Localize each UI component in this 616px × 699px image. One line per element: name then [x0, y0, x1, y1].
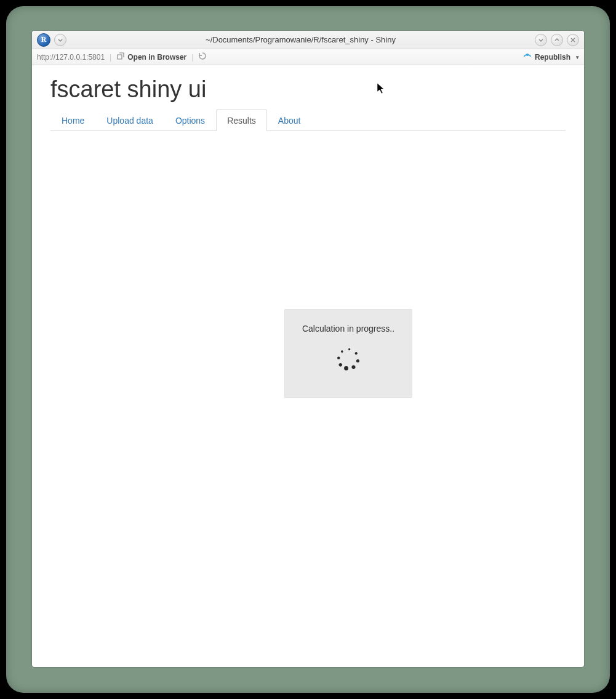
tab-upload-data[interactable]: Upload data [95, 109, 164, 131]
republish-icon [523, 52, 532, 62]
progress-panel: Calculation in progress.. [284, 309, 412, 398]
nav-tabs: Home Upload data Options Results About [50, 109, 566, 131]
refresh-icon[interactable] [198, 52, 207, 62]
tab-home[interactable]: Home [50, 109, 95, 131]
page-title: fscaret shiny ui [50, 76, 566, 103]
minimize-button[interactable] [535, 34, 547, 46]
app-window: R ~/Documents/Programowanie/R/fscaret_sh… [32, 31, 584, 667]
spinner-icon [335, 346, 362, 373]
svg-point-0 [526, 54, 529, 56]
progress-text: Calculation in progress.. [302, 324, 394, 334]
chevron-down-icon: ▾ [576, 54, 579, 60]
republish-label: Republish [535, 53, 570, 62]
desktop-background: R ~/Documents/Programowanie/R/fscaret_sh… [6, 6, 610, 693]
separator: | [110, 53, 111, 62]
browser-icon [116, 52, 125, 62]
close-button[interactable] [567, 34, 579, 46]
open-browser-button[interactable]: Open in Browser [116, 52, 186, 62]
toolbar: http://127.0.0.1:5801 | Open in Browser … [32, 49, 584, 65]
maximize-button[interactable] [551, 34, 563, 46]
window-title: ~/Documents/Programowanie/R/fscaret_shin… [66, 35, 535, 44]
tab-results[interactable]: Results [216, 109, 267, 131]
page-content: fscaret shiny ui Home Upload data Option… [32, 65, 584, 131]
window-menu-button[interactable] [54, 34, 66, 46]
open-browser-label: Open in Browser [127, 53, 186, 62]
tab-options[interactable]: Options [164, 109, 216, 131]
r-logo-icon: R [37, 33, 50, 47]
republish-button[interactable]: Republish ▾ [523, 52, 579, 62]
url-display: http://127.0.0.1:5801 [37, 53, 105, 62]
separator: | [191, 53, 193, 62]
window-titlebar: R ~/Documents/Programowanie/R/fscaret_sh… [32, 31, 584, 49]
tab-about[interactable]: About [267, 109, 312, 131]
